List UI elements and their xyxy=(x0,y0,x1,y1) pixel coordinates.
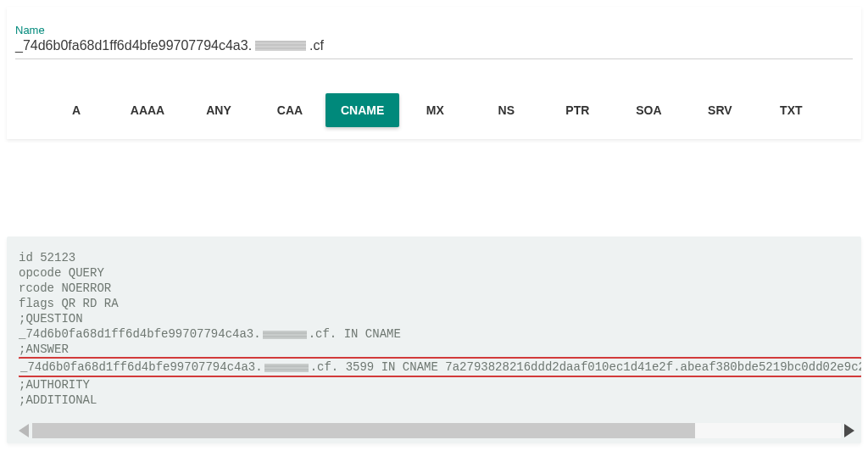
tab-soa[interactable]: SOA xyxy=(613,93,684,127)
tab-txt[interactable]: TXT xyxy=(755,93,826,127)
tab-mx[interactable]: MX xyxy=(399,93,470,127)
horizontal-scrollbar[interactable] xyxy=(19,423,861,438)
result-line: ;ANSWER xyxy=(19,342,861,357)
answer-highlight: _74d6b0fa68d1ff6d4bfe99707794c4a3..cf. 3… xyxy=(19,357,861,377)
name-input-value-suffix: .cf xyxy=(309,38,324,53)
result-line: ;AUTHORITY xyxy=(19,377,861,393)
result-card: id 52123 opcode QUERY rcode NOERROR flag… xyxy=(7,237,861,443)
record-type-tabs: AAAAAANYCAACNAMEMXNSPTRSOASRVTXT xyxy=(41,93,853,127)
scroll-thumb[interactable] xyxy=(32,423,695,438)
scroll-left-icon[interactable] xyxy=(19,424,29,437)
result-answer-line: _74d6b0fa68d1ff6d4bfe99707794c4a3..cf. 3… xyxy=(19,359,861,375)
redacted-segment xyxy=(263,331,307,339)
name-input-label: Name xyxy=(15,24,853,36)
tab-a[interactable]: A xyxy=(41,93,112,127)
result-line: ;ADDITIONAL xyxy=(19,393,861,408)
result-line: opcode QUERY xyxy=(19,265,861,281)
redacted-segment xyxy=(264,364,309,372)
scroll-right-icon[interactable] xyxy=(844,424,854,437)
result-line: ;QUESTION xyxy=(19,311,861,326)
tab-ns[interactable]: NS xyxy=(470,93,542,127)
result-line: id 52123 xyxy=(19,250,861,265)
scroll-track[interactable] xyxy=(32,423,841,438)
redacted-segment xyxy=(255,41,306,51)
query-card: Name _74d6b0fa68d1ff6d4bfe99707794c4a3. … xyxy=(7,7,861,139)
name-input[interactable]: _74d6b0fa68d1ff6d4bfe99707794c4a3. .cf xyxy=(15,38,853,59)
tab-caa[interactable]: CAA xyxy=(254,93,326,127)
tab-any[interactable]: ANY xyxy=(183,93,254,127)
tab-cname[interactable]: CNAME xyxy=(326,93,399,127)
tab-srv[interactable]: SRV xyxy=(684,93,755,127)
result-output: id 52123 opcode QUERY rcode NOERROR flag… xyxy=(19,250,861,408)
tab-aaaa[interactable]: AAAA xyxy=(112,93,183,127)
result-question-line: _74d6b0fa68d1ff6d4bfe99707794c4a3..cf. I… xyxy=(19,326,861,342)
name-input-value-prefix: _74d6b0fa68d1ff6d4bfe99707794c4a3. xyxy=(15,38,252,53)
tab-ptr[interactable]: PTR xyxy=(542,93,613,127)
result-line: rcode NOERROR xyxy=(19,281,861,296)
result-line: flags QR RD RA xyxy=(19,296,861,311)
